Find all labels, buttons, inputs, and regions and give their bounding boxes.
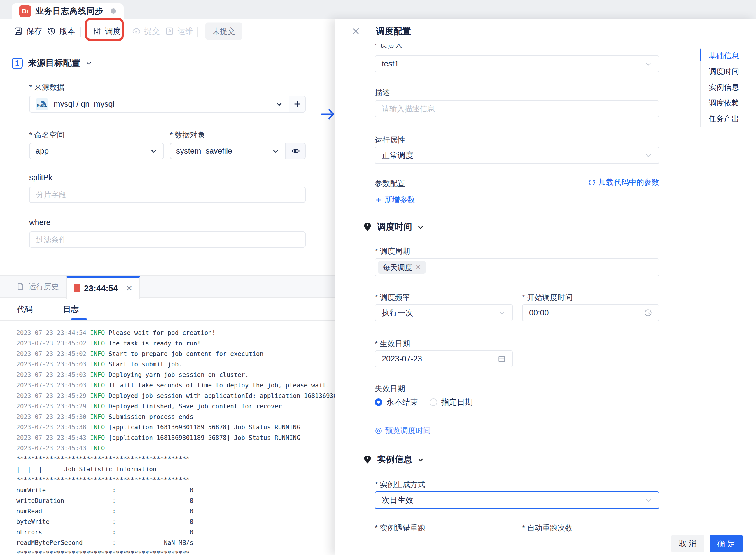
log-line: 2023-07-23 23:45:03 INFO Start to submit…	[16, 359, 334, 370]
run-tabs-bar: 运行历史 23:44:54 ✕	[0, 275, 334, 298]
log-line: ****************************************…	[16, 548, 334, 555]
log-line: numWrite : 0	[16, 485, 334, 496]
anchor-item-实例信息[interactable]: 实例信息	[709, 79, 739, 95]
start-time-label: * 开始调度时间	[522, 292, 572, 303]
add-datasource-button[interactable]	[289, 96, 306, 113]
version-button[interactable]: 版本	[47, 26, 75, 36]
rerun-label: * 实例遇错重跑	[375, 523, 425, 532]
close-icon[interactable]: ✕	[126, 284, 132, 293]
app-window: Di 业务日志离线同步 保存 版本 调度 提交 运维 未提交	[0, 0, 756, 555]
frequency-label: * 调度频率	[375, 292, 410, 303]
remove-tag-icon[interactable]: ✕	[415, 263, 421, 271]
submit-button[interactable]: 提交	[132, 26, 160, 36]
di-task-icon: Di	[19, 5, 31, 17]
close-icon[interactable]	[352, 27, 360, 36]
section-header[interactable]: 1 来源目标配置	[12, 57, 92, 69]
toolbar-divider	[80, 27, 81, 37]
add-param-link[interactable]: 新增参数	[375, 195, 415, 205]
tab-code[interactable]: 代码	[17, 298, 49, 320]
file-tab[interactable]: Di 业务日志离线同步	[12, 3, 124, 19]
log-output[interactable]: 2023-07-23 23:44:54 INFO Please wait for…	[0, 321, 334, 555]
log-line: nErrors : 0	[16, 527, 334, 538]
where-input[interactable]	[29, 231, 306, 248]
plus-icon	[375, 197, 382, 204]
description-input[interactable]	[375, 100, 659, 117]
tab-log[interactable]: 日志	[63, 298, 95, 320]
preview-schedule-link[interactable]: 预览调度时间	[375, 426, 431, 436]
chevron-down-icon	[645, 152, 652, 159]
splitpk-input[interactable]	[29, 186, 306, 203]
radio-specified-date[interactable]: 指定日期	[430, 397, 473, 408]
chevron-down-icon	[417, 223, 424, 231]
start-time-input[interactable]: 00:00	[522, 304, 659, 321]
schedule-time-section-header[interactable]: 调度时间	[363, 221, 424, 233]
description-label: 描述	[375, 87, 390, 98]
anchor-nav-list: 基础信息调度时间实例信息调度依赖任务产出	[709, 48, 739, 127]
run-property-select[interactable]: 正常调度	[375, 147, 659, 164]
effective-date-input[interactable]: 2023-07-23	[375, 350, 513, 367]
chevron-down-icon	[272, 147, 279, 155]
view-tabs-bar: 代码 日志	[0, 298, 334, 321]
log-line: 2023-07-23 23:45:38 INFO [application_16…	[16, 422, 334, 433]
log-line: 2023-07-23 23:45:03 INFO It will take se…	[16, 380, 334, 391]
log-line: ****************************************…	[16, 475, 334, 485]
effective-date-label: * 生效日期	[375, 339, 410, 349]
file-tab-title: 业务日志离线同步	[36, 5, 103, 16]
data-object-select[interactable]: system_savefile	[170, 143, 286, 159]
cancel-button[interactable]: 取 消	[671, 535, 704, 552]
expire-date-label: 失效日期	[375, 384, 405, 394]
ops-button[interactable]: 运维	[165, 26, 193, 36]
run-instance-tab[interactable]: 23:44:54 ✕	[67, 276, 140, 299]
plus-icon	[293, 100, 301, 108]
radio-off-icon	[430, 398, 437, 406]
status-badge: 未提交	[205, 23, 242, 40]
log-line: byteWrite : 0	[16, 516, 334, 527]
radio-never-end[interactable]: 永不结束	[375, 397, 418, 408]
data-object-label: * 数据对象	[170, 130, 205, 140]
log-line: 2023-07-23 23:45:29 INFO Deployed finish…	[16, 401, 334, 412]
tag-icon	[363, 222, 372, 232]
save-button[interactable]: 保存	[14, 26, 42, 36]
confirm-button[interactable]: 确 定	[710, 535, 743, 552]
cycle-select[interactable]: 每天调度 ✕	[375, 258, 659, 276]
anchor-active-indicator	[700, 49, 701, 60]
params-label: 参数配置	[375, 178, 405, 188]
chevron-down-icon	[86, 60, 92, 67]
frequency-select[interactable]: 执行一次	[375, 304, 513, 321]
cloud-upload-icon	[132, 27, 141, 36]
run-history-tab[interactable]: 运行历史	[16, 276, 59, 297]
anchor-item-任务产出[interactable]: 任务产出	[709, 111, 739, 127]
namespace-label: * 命名空间	[29, 130, 65, 140]
radio-on-icon	[375, 398, 383, 406]
instance-info-section-header[interactable]: 实例信息	[363, 454, 424, 466]
schedule-button[interactable]: 调度	[93, 26, 121, 36]
unsaved-dot-icon	[111, 8, 116, 14]
sliders-icon	[93, 27, 102, 36]
preview-table-button[interactable]	[286, 143, 306, 159]
anchor-item-基础信息[interactable]: 基础信息	[709, 48, 739, 63]
load-params-link[interactable]: 加载代码中的参数	[588, 177, 659, 187]
anchor-item-调度依赖[interactable]: 调度依赖	[709, 95, 739, 111]
retry-label: * 自动重跑次数	[522, 523, 572, 532]
tab-bar: Di 业务日志离线同步	[0, 0, 756, 19]
where-label: where	[29, 218, 51, 227]
source-data-select[interactable]: MySQL mysql / qn_mysql	[29, 96, 289, 113]
file-icon	[16, 283, 25, 291]
clock-icon	[644, 309, 652, 317]
owner-select[interactable]: test1	[375, 55, 659, 72]
cycle-tag-chip: 每天调度 ✕	[378, 261, 426, 274]
toolbar-divider	[197, 27, 198, 37]
namespace-select[interactable]: app	[29, 143, 164, 159]
step-badge: 1	[12, 58, 23, 69]
log-line: 2023-07-23 23:45:03 INFO Deploying yarn …	[16, 370, 334, 380]
preview-eye-icon	[375, 427, 383, 435]
instance-gen-select[interactable]: 次日生效	[375, 492, 659, 509]
save-icon	[14, 27, 23, 36]
schedule-config-drawer: 调度配置 * 负责人 test1 描述 运行属性 正常调度 参数配置 加载代码中…	[334, 19, 756, 555]
anchor-item-调度时间[interactable]: 调度时间	[709, 63, 739, 79]
mysql-icon: MySQL	[36, 98, 48, 111]
log-line: 2023-07-23 23:45:30 INFO Submission proc…	[16, 412, 334, 422]
log-line: numRead : 0	[16, 506, 334, 516]
log-line: 2023-07-23 23:45:02 INFO Start to prepar…	[16, 349, 334, 359]
log-line: 2023-07-23 23:45:43 INFO	[16, 443, 334, 454]
